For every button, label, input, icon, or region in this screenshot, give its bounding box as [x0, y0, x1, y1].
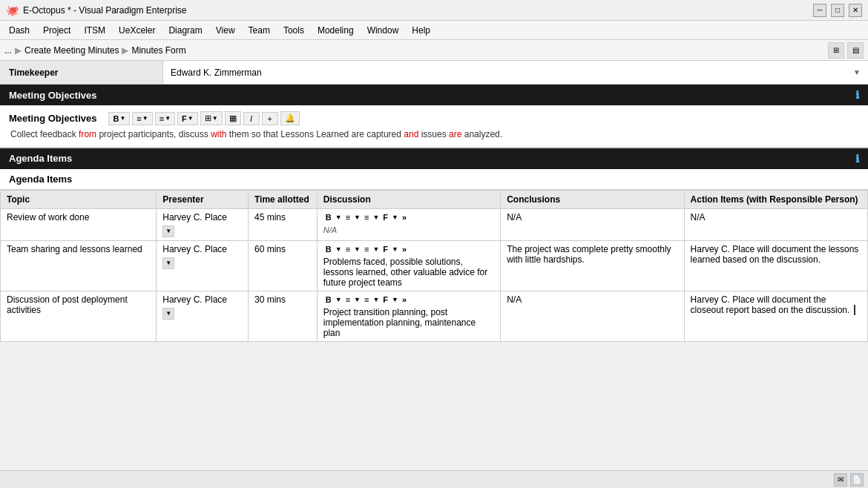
row1-presenter-dropdown[interactable]: ▼ [162, 225, 174, 237]
menu-team[interactable]: Team [243, 24, 276, 37]
app-icon: 🐙 [6, 4, 19, 16]
breadcrumb-nav[interactable]: ... [4, 45, 12, 56]
agenda-table: Topic Presenter Time allotted Discussion… [0, 190, 868, 342]
row1-discussion-text: N/A [323, 225, 494, 235]
timekeeper-row: Timekeeper Edward K. Zimmerman ▼ [0, 61, 868, 85]
agenda-items-info-icon[interactable]: ℹ [855, 153, 859, 165]
menu-project[interactable]: Project [37, 24, 76, 37]
breadcrumb-bar: ... ▶ Create Meeting Minutes ▶ Minutes F… [0, 40, 868, 61]
row1-conclusions: N/A [501, 208, 684, 240]
col-topic: Topic [1, 190, 157, 208]
row3-discussion-text: Project transition planning, post implem… [323, 307, 494, 338]
chart-button[interactable]: ▦ [225, 111, 241, 125]
breadcrumb-create-meeting[interactable]: Create Meeting Minutes [24, 45, 119, 56]
maximize-button[interactable]: □ [831, 4, 844, 17]
col-discussion: Discussion [317, 190, 500, 208]
row1-action-items: N/A [684, 208, 867, 240]
timekeeper-label: Timekeeper [0, 61, 163, 84]
font-button[interactable]: F ▼ [177, 112, 198, 125]
obj-title-row: Meeting Objectives B ▼ ≡ ▼ ≡ ▼ F ▼ ⊞ ▼ ▦… [9, 111, 859, 125]
row2-discussion-toolbar: B▼ ≡▼ ≡▼ F▼ » [323, 244, 494, 254]
app-title: E-Octopus * - Visual Paradigm Enterprise [23, 5, 187, 16]
row1-more[interactable]: » [400, 212, 409, 222]
agenda-title-row: Agenda Items [0, 169, 868, 190]
row1-time: 45 mins [248, 208, 317, 240]
italic-button[interactable]: I [243, 112, 260, 125]
row3-bold[interactable]: B [323, 294, 334, 305]
bold-button[interactable]: B ▼ [108, 112, 130, 125]
table-button[interactable]: ⊞ ▼ [200, 111, 223, 125]
row2-presenter: Harvey C. Place ▼ [157, 240, 249, 291]
row1-discussion-toolbar: B▼ ≡▼ ≡▼ F▼ » [323, 212, 494, 222]
breadcrumb-minutes-form[interactable]: Minutes Form [131, 45, 185, 56]
menu-window[interactable]: Window [361, 24, 405, 37]
agenda-section-label: Agenda Items [9, 174, 150, 185]
agenda-items-title: Agenda Items [9, 153, 72, 164]
table-header-row: Topic Presenter Time allotted Discussion… [1, 190, 868, 208]
row2-more[interactable]: » [400, 244, 409, 254]
obj-title: Meeting Objectives [9, 113, 96, 124]
row2-font[interactable]: F [381, 244, 390, 254]
row3-discussion-toolbar: B▼ ≡▼ ≡▼ F▼ » [323, 294, 494, 305]
list2-button[interactable]: ≡ ▼ [155, 112, 175, 125]
bell-button[interactable]: 🔔 [280, 111, 300, 125]
row3-list1[interactable]: ≡ [343, 294, 352, 305]
obj-toolbar: B ▼ ≡ ▼ ≡ ▼ F ▼ ⊞ ▼ ▦ I + 🔔 [108, 111, 299, 125]
menu-help[interactable]: Help [406, 24, 436, 37]
col-presenter: Presenter [157, 190, 249, 208]
status-bar: ✉ 📄 [0, 470, 868, 488]
row3-list2[interactable]: ≡ [362, 294, 371, 305]
row2-list1[interactable]: ≡ [343, 244, 352, 254]
row3-presenter: Harvey C. Place ▼ [157, 291, 249, 341]
meeting-objectives-content: Meeting Objectives B ▼ ≡ ▼ ≡ ▼ F ▼ ⊞ ▼ ▦… [0, 105, 868, 148]
row3-presenter-dropdown[interactable]: ▼ [162, 308, 174, 320]
minimize-button[interactable]: ─ [813, 4, 826, 17]
menu-modeling[interactable]: Modeling [312, 24, 360, 37]
menu-view[interactable]: View [210, 24, 241, 37]
meeting-objectives-header: Meeting Objectives ℹ [0, 85, 868, 105]
menu-diagram[interactable]: Diagram [162, 24, 208, 37]
col-conclusions: Conclusions [501, 190, 684, 208]
row1-list1[interactable]: ≡ [343, 212, 352, 222]
row2-topic: Team sharing and lessons learned [1, 240, 157, 291]
menu-tools[interactable]: Tools [277, 24, 310, 37]
breadcrumb-grid-icon[interactable]: ⊞ [828, 42, 844, 59]
email-icon[interactable]: ✉ [834, 473, 847, 487]
row3-action-items: Harvey C. Place will document the closeo… [684, 291, 867, 341]
row2-discussion-text: Problems faced, possible solutions, less… [323, 257, 494, 288]
row1-font[interactable]: F [381, 212, 390, 222]
table-row: Review of work done Harvey C. Place ▼ 45… [1, 208, 868, 240]
title-bar-left: 🐙 E-Octopus * - Visual Paradigm Enterpri… [6, 4, 187, 16]
row1-list2[interactable]: ≡ [362, 212, 371, 222]
breadcrumb: ... ▶ Create Meeting Minutes ▶ Minutes F… [4, 45, 186, 56]
title-bar: 🐙 E-Octopus * - Visual Paradigm Enterpri… [0, 0, 868, 21]
row2-presenter-dropdown[interactable]: ▼ [162, 257, 174, 269]
breadcrumb-layout-icon[interactable]: ▤ [847, 42, 864, 59]
row2-action-items: Harvey C. Place will document the lesson… [684, 240, 867, 291]
row2-bold[interactable]: B [323, 244, 334, 254]
row1-bold[interactable]: B [323, 212, 334, 222]
row2-list2[interactable]: ≡ [362, 244, 371, 254]
menu-uexceler[interactable]: UeXceler [113, 24, 161, 37]
breadcrumb-icons: ⊞ ▤ [828, 42, 864, 59]
row3-time: 30 mins [248, 291, 317, 341]
menu-dash[interactable]: Dash [3, 24, 36, 37]
meeting-objectives-title: Meeting Objectives [9, 90, 96, 101]
row3-topic: Discussion of post deployment activities [1, 291, 157, 341]
title-bar-controls: ─ □ ✕ [813, 4, 862, 17]
list1-button[interactable]: ≡ ▼ [132, 112, 152, 125]
row3-presenter-name: Harvey C. Place [162, 294, 242, 305]
meeting-objectives-info-icon[interactable]: ℹ [855, 89, 859, 101]
close-button[interactable]: ✕ [849, 4, 862, 17]
file-icon[interactable]: 📄 [850, 473, 864, 487]
col-action-items: Action Items (with Responsible Person) [684, 190, 867, 208]
row3-font[interactable]: F [381, 294, 390, 305]
main-content: Timekeeper Edward K. Zimmerman ▼ Meeting… [0, 61, 868, 446]
row3-more[interactable]: » [400, 294, 409, 305]
add-button[interactable]: + [262, 112, 278, 125]
row3-discussion: B▼ ≡▼ ≡▼ F▼ » Project transition plannin… [317, 291, 500, 341]
row2-time: 60 mins [248, 240, 317, 291]
timekeeper-person: Edward K. Zimmerman [171, 67, 262, 78]
menu-itsm[interactable]: ITSM [78, 24, 111, 37]
timekeeper-dropdown-arrow[interactable]: ▼ [853, 68, 861, 76]
